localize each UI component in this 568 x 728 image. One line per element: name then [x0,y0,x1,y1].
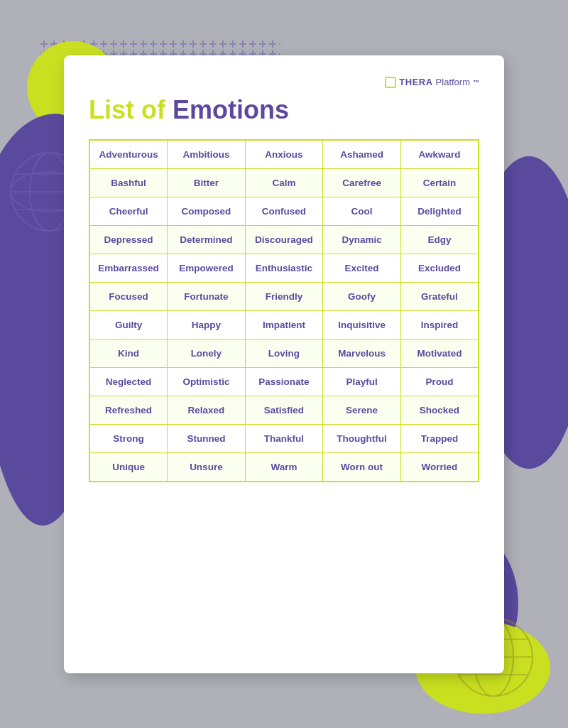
emotion-cell: Optimistic [168,367,246,396]
emotion-cell: Inquisitive [323,310,401,339]
emotion-cell: Cool [323,197,401,225]
logo-platform: Platform [436,77,470,87]
emotion-cell: Kind [89,339,168,367]
emotion-cell: Composed [168,197,246,225]
emotion-cell: Guilty [89,310,168,339]
emotion-cell: Marvelous [323,339,401,367]
emotion-cell: Focused [89,282,168,310]
emotion-cell: Excited [323,254,401,282]
emotion-cell: Calm [245,168,323,197]
emotions-table: AdventurousAmbitiousAnxiousAshamedAwkwar… [89,139,479,482]
emotion-cell: Carefree [323,168,401,197]
emotion-cell: Empowered [168,254,246,282]
emotion-cell: Warm [245,452,323,482]
logo-icon [385,77,396,88]
emotion-cell: Serene [323,396,401,424]
emotion-cell: Relaxed [168,396,246,424]
emotion-cell: Certain [400,168,479,197]
emotion-cell: Ambitious [168,140,246,169]
title-emotions: Emotions [173,95,289,124]
emotion-cell: Worried [400,452,479,482]
emotion-cell: Unsure [168,452,246,482]
emotion-cell: Loving [245,339,323,367]
emotion-cell: Satisfied [245,396,323,424]
emotion-cell: Ashamed [323,140,401,169]
emotion-cell: Grateful [400,282,479,310]
emotion-cell: Thoughtful [323,424,401,452]
emotion-cell: Fortunate [168,282,246,310]
emotion-cell: Strong [89,424,168,452]
emotion-cell: Stunned [168,424,246,452]
emotion-cell: Delighted [400,197,479,225]
emotion-cell: Discouraged [245,225,323,254]
emotion-cell: Edgy [400,225,479,254]
emotion-cell: Passionate [245,367,323,396]
emotion-cell: Bashful [89,168,168,197]
emotion-cell: Motivated [400,339,479,367]
emotion-cell: Proud [400,367,479,396]
emotion-cell: Anxious [245,140,323,169]
emotion-cell: Dynamic [323,225,401,254]
emotion-cell: Unique [89,452,168,482]
emotion-cell: Shocked [400,396,479,424]
emotion-cell: Refreshed [89,396,168,424]
page-title: List of Emotions [89,95,479,125]
emotion-cell: Happy [168,310,246,339]
emotion-cell: Awkward [400,140,479,169]
emotion-cell: Inspired [400,310,479,339]
emotion-cell: Playful [323,367,401,396]
emotion-cell: Confused [245,197,323,225]
logo: THERAPlatform™ [385,77,479,88]
emotion-cell: Goofy [323,282,401,310]
emotion-cell: Depressed [89,225,168,254]
emotion-cell: Excluded [400,254,479,282]
logo-thera: THERA [399,77,432,87]
emotion-cell: Friendly [245,282,323,310]
logo-area: THERAPlatform™ [89,77,479,88]
main-card: THERAPlatform™ List of Emotions Adventur… [64,55,504,673]
emotion-cell: Lonely [168,339,246,367]
emotion-cell: Neglected [89,367,168,396]
title-list-of: List of [89,95,165,124]
emotion-cell: Trapped [400,424,479,452]
emotion-cell: Impatient [245,310,323,339]
emotion-cell: Determined [168,225,246,254]
emotion-cell: Adventurous [89,140,168,169]
emotion-cell: Embarrassed [89,254,168,282]
emotion-cell: Bitter [168,168,246,197]
emotion-cell: Cheerful [89,197,168,225]
emotion-cell: Worn out [323,452,401,482]
emotion-cell: Enthusiastic [245,254,323,282]
logo-tm: ™ [473,79,479,86]
emotion-cell: Thankful [245,424,323,452]
